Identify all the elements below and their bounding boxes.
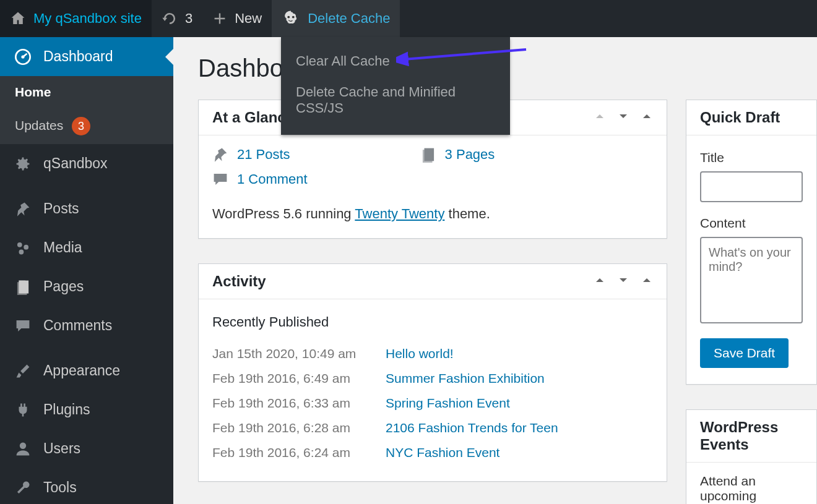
plug-icon [14, 402, 32, 418]
activity-date: Feb 19th 2016, 6:33 am [212, 396, 386, 411]
content-field-label: Content [700, 216, 803, 231]
widget-quick-draft: Quick Draft Title Content Save Draft [686, 100, 817, 385]
activity-post-link[interactable]: 2106 Fashion Trends for Teen [386, 421, 558, 435]
menu-media-label: Media [43, 239, 82, 256]
menu-users[interactable]: Users [0, 429, 173, 468]
activity-row: Feb 19th 2016, 6:33 am Spring Fashion Ev… [212, 391, 653, 416]
wrench-icon [14, 480, 32, 496]
new-content-link[interactable]: New [202, 0, 272, 37]
activity-subtitle: Recently Published [212, 314, 653, 330]
submenu-updates-label: Updates [15, 118, 63, 132]
menu-appearance-label: Appearance [43, 362, 120, 379]
svg-rect-9 [423, 150, 433, 163]
menu-plugins-label: Plugins [43, 401, 90, 418]
menu-dashboard[interactable]: Dashboard [0, 37, 173, 76]
menu-tools[interactable]: Tools [0, 468, 173, 504]
delete-cache-label: Delete Cache [308, 11, 390, 27]
save-draft-button[interactable]: Save Draft [700, 338, 789, 368]
activity-date: Feb 19th 2016, 6:24 am [212, 445, 386, 460]
move-up-icon[interactable] [594, 274, 606, 289]
pages-icon [420, 147, 436, 163]
activity-row: Feb 19th 2016, 6:28 am 2106 Fashion Tren… [212, 416, 653, 440]
svg-rect-6 [17, 282, 27, 295]
site-home-link[interactable]: My qSandbox site [0, 0, 152, 37]
content-textarea[interactable] [700, 237, 803, 323]
title-input[interactable] [700, 171, 803, 202]
svg-point-1 [292, 16, 295, 19]
dashboard-submenu: Home Updates 3 [0, 76, 173, 144]
cache-icon [282, 9, 300, 28]
plus-icon [212, 11, 227, 26]
menu-qsandbox[interactable]: qSandbox [0, 144, 173, 183]
admin-sidebar: Dashboard Home Updates 3 qSandbox Posts … [0, 37, 173, 504]
quickdraft-title: Quick Draft [700, 109, 780, 126]
activity-post-link[interactable]: Hello world! [386, 346, 454, 361]
pages-icon [14, 279, 32, 295]
new-label: New [235, 11, 262, 27]
menu-posts-label: Posts [43, 200, 79, 217]
glance-comments-link[interactable]: 1 Comment [237, 171, 308, 187]
svg-point-4 [21, 55, 24, 58]
delete-cache-menu[interactable]: Delete Cache [272, 0, 400, 37]
menu-media[interactable]: Media [0, 228, 173, 267]
delete-minified-link[interactable]: Delete Cache and Minified CSS/JS [281, 77, 510, 124]
menu-tools-label: Tools [43, 479, 77, 496]
comment-icon [212, 171, 228, 187]
refresh-link[interactable]: 3 [152, 0, 202, 37]
dashboard-icon [14, 49, 32, 65]
menu-comments[interactable]: Comments [0, 306, 173, 345]
glance-posts-link[interactable]: 21 Posts [237, 147, 290, 163]
glance-pages-link[interactable]: 3 Pages [445, 147, 495, 163]
brush-icon [14, 363, 32, 379]
widget-events: WordPress Events Attend an upcoming [686, 409, 817, 504]
events-intro: Attend an upcoming [700, 474, 803, 503]
site-name: My qSandbox site [33, 11, 142, 27]
move-up-icon[interactable] [594, 110, 606, 126]
pin-icon [212, 147, 228, 163]
updates-badge: 3 [72, 117, 90, 135]
activity-post-link[interactable]: NYC Fashion Event [386, 445, 499, 460]
move-down-icon[interactable] [617, 274, 629, 289]
refresh-icon [162, 11, 178, 27]
pin-icon [14, 201, 32, 217]
svg-line-2 [404, 49, 526, 59]
theme-link[interactable]: Twenty Twenty [355, 206, 444, 221]
widget-activity: Activity Recently Published Jan 15th 202… [198, 263, 667, 482]
menu-appearance[interactable]: Appearance [0, 351, 173, 390]
title-field-label: Title [700, 150, 803, 165]
activity-row: Feb 19th 2016, 6:49 am Summer Fashion Ex… [212, 366, 653, 391]
move-down-icon[interactable] [617, 110, 629, 126]
submenu-updates[interactable]: Updates 3 [0, 108, 173, 144]
submenu-home[interactable]: Home [0, 76, 173, 108]
activity-date: Jan 15th 2020, 10:49 am [212, 346, 386, 361]
activity-post-link[interactable]: Summer Fashion Exhibition [386, 371, 545, 386]
menu-pages[interactable]: Pages [0, 267, 173, 306]
menu-comments-label: Comments [43, 317, 112, 334]
media-icon [14, 240, 32, 256]
activity-date: Feb 19th 2016, 6:49 am [212, 371, 386, 386]
svg-point-0 [288, 16, 290, 19]
activity-row: Jan 15th 2020, 10:49 am Hello world! [212, 341, 653, 366]
refresh-count: 3 [185, 11, 192, 27]
events-title: WordPress Events [700, 419, 803, 453]
svg-point-7 [20, 442, 26, 448]
menu-plugins[interactable]: Plugins [0, 390, 173, 429]
activity-title: Activity [212, 273, 266, 290]
user-icon [14, 441, 32, 457]
activity-date: Feb 19th 2016, 6:28 am [212, 421, 386, 435]
version-text: WordPress 5.6 running Twenty Twenty them… [212, 206, 653, 222]
menu-pages-label: Pages [43, 278, 84, 295]
admin-toolbar: My qSandbox site 3 New Delete Cache [0, 0, 817, 37]
menu-users-label: Users [43, 440, 80, 457]
home-icon [10, 11, 26, 27]
activity-row: Feb 19th 2016, 6:24 am NYC Fashion Event [212, 440, 653, 465]
toggle-panel-icon[interactable] [641, 110, 653, 126]
activity-post-link[interactable]: Spring Fashion Event [386, 396, 510, 411]
menu-dashboard-label: Dashboard [43, 48, 113, 65]
toggle-panel-icon[interactable] [641, 274, 653, 289]
menu-posts[interactable]: Posts [0, 189, 173, 228]
gear-icon [14, 156, 32, 172]
menu-qsandbox-label: qSandbox [43, 155, 108, 172]
annotation-arrow [396, 43, 532, 68]
comment-icon [14, 318, 32, 334]
